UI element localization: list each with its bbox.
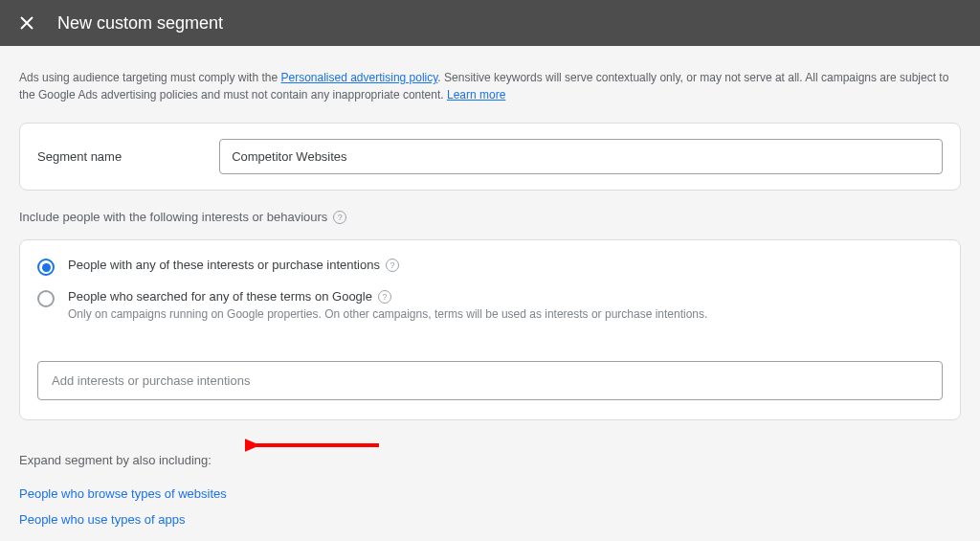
- close-icon[interactable]: [15, 11, 38, 34]
- help-icon[interactable]: ?: [386, 259, 399, 272]
- targeting-card: People with any of these interests or pu…: [19, 239, 961, 420]
- learn-more-link[interactable]: Learn more: [447, 88, 505, 101]
- radio-search-sublabel: Only on campaigns running on Google prop…: [68, 307, 707, 321]
- radio-search-text: People who searched for any of these ter…: [68, 289, 372, 304]
- help-icon[interactable]: ?: [378, 290, 391, 304]
- include-label-text: Include people with the following intere…: [19, 210, 327, 224]
- dialog-content: Ads using audience targeting must comply…: [0, 46, 980, 527]
- radio-interests[interactable]: [37, 259, 55, 276]
- segment-name-input[interactable]: [219, 139, 943, 174]
- expand-label: Expand segment by also including:: [19, 453, 961, 467]
- segment-name-card: Segment name: [19, 123, 961, 191]
- dialog-header: New custom segment: [0, 0, 980, 46]
- radio-search-label: People who searched for any of these ter…: [68, 289, 707, 304]
- radio-option-interests[interactable]: People with any of these interests or pu…: [37, 258, 943, 276]
- include-section-label: Include people with the following intere…: [19, 210, 961, 224]
- radio-search[interactable]: [37, 290, 55, 307]
- interests-input[interactable]: [37, 361, 943, 400]
- expand-link-apps[interactable]: People who use types of apps: [19, 512, 961, 527]
- help-icon[interactable]: ?: [333, 211, 346, 224]
- radio-interests-label: People with any of these interests or pu…: [68, 258, 399, 272]
- policy-text-1: Ads using audience targeting must comply…: [19, 71, 280, 84]
- segment-name-label: Segment name: [37, 149, 122, 164]
- policy-notice: Ads using audience targeting must comply…: [19, 69, 961, 103]
- expand-section: Expand segment by also including: People…: [19, 453, 961, 527]
- radio-interests-text: People with any of these interests or pu…: [68, 258, 380, 272]
- policy-link[interactable]: Personalised advertising policy: [280, 71, 437, 84]
- radio-option-search[interactable]: People who searched for any of these ter…: [37, 289, 943, 321]
- expand-link-websites[interactable]: People who browse types of websites: [19, 486, 961, 501]
- dialog-title: New custom segment: [57, 13, 223, 34]
